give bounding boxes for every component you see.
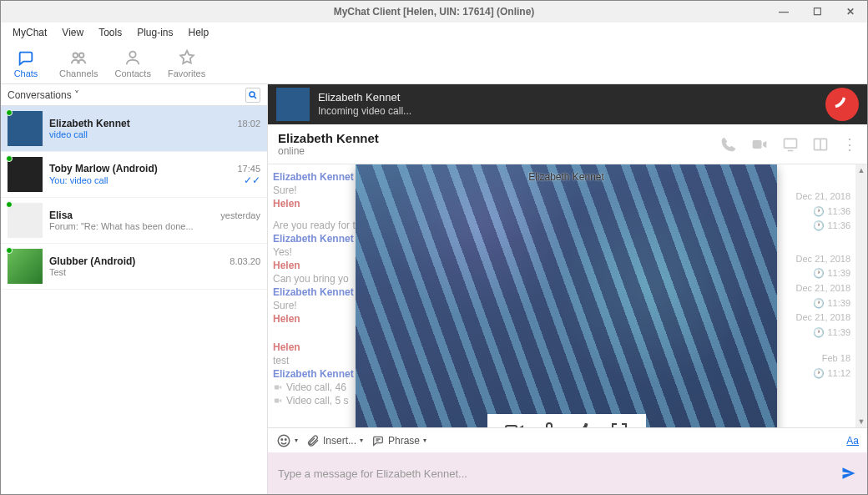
video-call-button[interactable] (750, 136, 769, 153)
toolbar-channels-label: Channels (59, 68, 98, 78)
menu-bar: MyChat View Tools Plug-ins Help (1, 23, 867, 43)
chat-body: Elizabeth Kennet Sure! Helen Are you rea… (268, 164, 867, 427)
window-title: MyChat Client [Helen, UIN: 17614] (Onlin… (334, 6, 535, 18)
menu-plugins[interactable]: Plug-ins (130, 24, 179, 41)
scroll-up-arrow[interactable]: ▲ (855, 164, 867, 176)
time-label: 11:36 (827, 220, 850, 230)
chevron-down-icon: ▾ (423, 437, 426, 444)
main-toolbar: Chats Channels Contacts Favorites (1, 43, 867, 84)
conversation-snippet: Forum: "Re: What has been done... (49, 221, 260, 231)
svg-rect-5 (785, 139, 797, 148)
emoji-button[interactable]: ▾ (276, 433, 298, 448)
incoming-caller-name: Elizabeth Kennet (318, 91, 817, 105)
video-controls: 00:04:06 (487, 414, 646, 427)
conversation-item[interactable]: Elisayesterday Forum: "Re: What has been… (1, 198, 267, 244)
message-text: Video call, 5 s (286, 395, 349, 407)
phrase-button[interactable]: Phrase▾ (371, 434, 426, 447)
conversation-sidebar: Conversations ˅ Elizabeth Kennet18:02 vi… (1, 84, 268, 494)
chat-pane: Elizabeth Kennet Incoming video call... … (268, 84, 867, 494)
chat-scrollbar[interactable]: ▲ ▼ (855, 164, 867, 427)
conversation-name: Toby Marlow (Android) (49, 163, 158, 174)
window-maximize-button[interactable]: ☐ (800, 1, 834, 23)
window-close-button[interactable]: ✕ (834, 1, 867, 23)
time-label: 11:12 (827, 368, 850, 378)
svg-point-12 (281, 438, 283, 440)
svg-rect-10 (547, 423, 552, 427)
scroll-down-arrow[interactable]: ▼ (855, 416, 867, 427)
attach-button[interactable]: Insert...▾ (306, 434, 363, 447)
date-label: Dec 21, 2018 (796, 311, 850, 326)
chevron-down-icon: ▾ (360, 437, 363, 444)
insert-label: Insert... (323, 435, 356, 447)
toolbar-chats-label: Chats (14, 68, 38, 78)
svg-rect-8 (275, 399, 279, 403)
video-feed (356, 164, 777, 427)
toolbar-channels[interactable]: Channels (59, 48, 98, 78)
conversation-snippet: Test (49, 267, 260, 277)
video-call-window[interactable]: Elizabeth Kennet 00:04:06 (356, 164, 777, 427)
conversation-name: Elizabeth Kennet (49, 118, 130, 129)
voice-call-button[interactable] (720, 136, 737, 153)
status-dot (6, 109, 13, 116)
conversation-name: Glubber (Android) (49, 255, 135, 267)
chevron-down-icon: ▾ (295, 437, 298, 444)
chat-icon (17, 48, 35, 67)
svg-rect-7 (275, 386, 279, 390)
date-label: Dec 21, 2018 (796, 281, 850, 296)
fullscreen-button[interactable] (609, 421, 629, 427)
window-minimize-button[interactable]: — (767, 1, 800, 23)
search-button[interactable] (245, 88, 260, 103)
toolbar-contacts-label: Contacts (114, 68, 150, 78)
chat-contact-status: online (278, 145, 379, 157)
camera-icon (273, 383, 283, 391)
svg-rect-4 (753, 140, 762, 149)
message-input[interactable]: Type a message for Elizabeth Kennet... (268, 452, 867, 494)
conversation-item[interactable]: Toby Marlow (Android)17:45 You: video ca… (1, 152, 267, 198)
menu-mychat[interactable]: MyChat (6, 24, 53, 41)
more-options-button[interactable]: ⋮ (842, 135, 857, 154)
date-label: Dec 21, 2018 (796, 252, 850, 267)
video-caller-name: Elizabeth Kennet (528, 171, 604, 183)
toolbar-contacts[interactable]: Contacts (114, 48, 150, 78)
svg-rect-9 (506, 426, 517, 427)
message-text: Video call, 46 (286, 381, 346, 393)
conversation-item[interactable]: Glubber (Android)8.03.20 Test (1, 244, 267, 290)
conversation-time: 18:02 (237, 119, 260, 129)
star-icon (178, 48, 196, 67)
incoming-call-text: Incoming video call... (318, 105, 817, 119)
menu-view[interactable]: View (55, 24, 90, 41)
chat-header: Elizabeth Kennet online ⋮ (268, 124, 867, 164)
conversations-header: Conversations ˅ (1, 84, 267, 106)
menu-tools[interactable]: Tools (92, 24, 129, 41)
compose-toolbar: ▾ Insert...▾ Phrase▾ Aa (268, 427, 867, 452)
screen-share-button[interactable] (782, 136, 799, 153)
status-dot (6, 155, 13, 162)
channels-icon (69, 48, 88, 67)
menu-help[interactable]: Help (182, 24, 216, 41)
conversation-item[interactable]: Elizabeth Kennet18:02 video call (1, 106, 267, 152)
timestamp-column: Dec 21, 2018 🕐 11:36 🕐 11:36 Dec 21, 201… (796, 189, 850, 381)
toggle-camera-button[interactable] (504, 421, 524, 427)
avatar (8, 111, 43, 146)
svg-point-1 (79, 53, 84, 58)
toggle-mic-button[interactable] (539, 421, 559, 427)
incoming-avatar (276, 88, 310, 121)
status-dot (6, 247, 13, 254)
hangup-button[interactable] (574, 421, 594, 427)
read-receipt-icon: ✓✓ (244, 174, 260, 186)
toolbar-chats[interactable]: Chats (9, 48, 43, 78)
conversation-time: yesterday (220, 210, 260, 220)
message-placeholder: Type a message for Elizabeth Kennet... (278, 467, 467, 480)
avatar (8, 249, 43, 284)
toolbar-favorites-label: Favorites (168, 68, 205, 78)
format-button[interactable]: Aa (846, 435, 859, 447)
send-button[interactable] (840, 465, 857, 482)
toolbar-favorites[interactable]: Favorites (168, 48, 205, 78)
svg-point-0 (73, 53, 78, 58)
date-label: Dec 21, 2018 (796, 189, 850, 205)
time-label: 11:39 (827, 327, 850, 337)
split-view-button[interactable] (812, 136, 829, 153)
svg-point-2 (130, 51, 136, 57)
decline-call-button[interactable] (825, 88, 859, 121)
conversations-label[interactable]: Conversations ˅ (8, 89, 79, 101)
